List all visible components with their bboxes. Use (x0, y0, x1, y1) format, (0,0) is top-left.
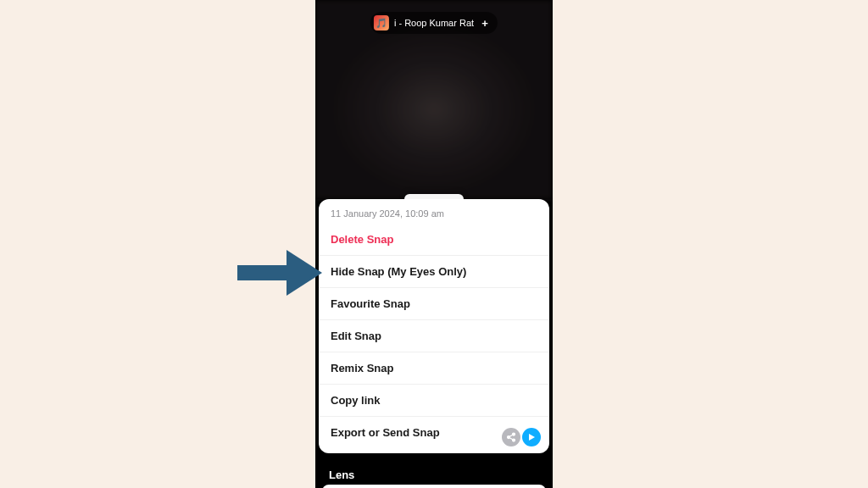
menu-favourite-snap[interactable]: Favourite Snap (319, 287, 549, 319)
svg-line-3 (509, 435, 513, 436)
send-icon[interactable] (522, 428, 541, 446)
svg-point-2 (513, 439, 515, 441)
action-sheet: 11 January 2024, 10:09 am Delete Snap Hi… (319, 199, 549, 453)
snap-timestamp: 11 January 2024, 10:09 am (319, 199, 549, 224)
menu-delete-snap[interactable]: Delete Snap (319, 224, 549, 255)
add-music-button[interactable]: + (479, 17, 491, 29)
music-title: i - Roop Kumar Rat (394, 18, 474, 28)
svg-line-4 (509, 438, 513, 440)
lens-label: Lens (329, 469, 354, 481)
lens-panel-peek[interactable] (322, 485, 546, 488)
svg-marker-7 (287, 250, 322, 296)
svg-point-1 (508, 436, 510, 439)
music-attachment-pill[interactable]: 🎵 i - Roop Kumar Rat + (370, 12, 498, 34)
svg-point-0 (513, 433, 515, 435)
phone-frame: 🎵 i - Roop Kumar Rat + 11 January 2024, … (315, 0, 553, 488)
menu-copy-link[interactable]: Copy link (319, 384, 549, 416)
svg-rect-6 (237, 265, 287, 280)
menu-remix-snap[interactable]: Remix Snap (319, 352, 549, 384)
share-icon[interactable] (502, 428, 520, 446)
music-icon: 🎵 (374, 15, 389, 30)
menu-edit-snap[interactable]: Edit Snap (319, 319, 549, 352)
export-row-icons (502, 428, 541, 446)
menu-hide-snap-my-eyes-only[interactable]: Hide Snap (My Eyes Only) (319, 255, 549, 287)
annotation-arrow (237, 250, 322, 296)
svg-marker-5 (529, 434, 535, 441)
